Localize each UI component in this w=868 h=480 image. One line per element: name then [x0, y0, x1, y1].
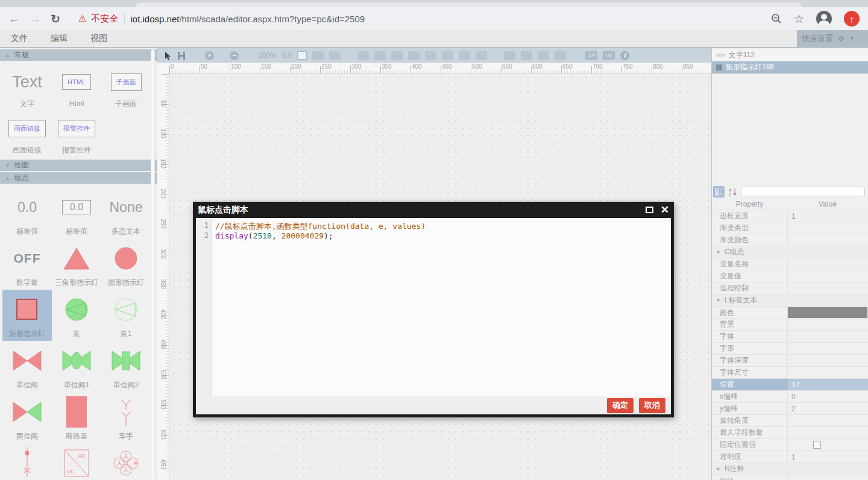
url-text[interactable]: iot.idosp.net/html/scada/editor.aspx.htm…	[131, 14, 365, 24]
expand-arrows-icon[interactable]: ✥	[838, 34, 844, 43]
property-row[interactable]: 标注	[712, 475, 868, 480]
bookmark-star-icon[interactable]: ☆	[794, 12, 804, 26]
update-icon[interactable]: ↑	[844, 11, 860, 26]
property-row[interactable]: 渐变类型	[712, 222, 868, 234]
property-row[interactable]: 最大字符数量	[712, 427, 868, 439]
palette-section-header[interactable]: ▼绘图	[0, 160, 157, 171]
property-value[interactable]: 1	[787, 451, 868, 463]
property-value[interactable]	[787, 355, 868, 366]
menu-view[interactable]: 视图	[90, 33, 107, 44]
ruler-100-icon[interactable]: 100	[603, 51, 615, 60]
palette-item[interactable]: ACDC逆变器	[52, 443, 101, 480]
property-category-row[interactable]: ▼C组态	[712, 246, 868, 258]
property-row[interactable]: 透明度1	[712, 451, 868, 463]
property-value[interactable]: 2	[787, 403, 868, 414]
property-value[interactable]: 0	[787, 391, 868, 402]
palette-item[interactable]: None多态文本	[101, 187, 151, 238]
property-row[interactable]: 字体深度	[712, 355, 868, 367]
palette-item[interactable]: 断路器	[52, 392, 101, 443]
palette-item[interactable]: PT	[101, 443, 151, 480]
property-value[interactable]	[787, 307, 868, 319]
property-row[interactable]: 字形	[712, 343, 868, 355]
palette-item[interactable]: 泵1	[101, 290, 151, 341]
property-row[interactable]: 远程控制	[712, 282, 868, 295]
save-icon[interactable]	[177, 51, 186, 60]
palette-item[interactable]: 单位阀2	[101, 341, 151, 392]
browser-tab[interactable]	[136, 2, 802, 7]
property-category-row[interactable]: ▼N注释	[712, 463, 868, 475]
property-row[interactable]: 位置17	[712, 379, 868, 391]
address-bar[interactable]: ⚠ 不安全 | iot.idosp.net/html/scada/editor.…	[78, 13, 761, 25]
property-row[interactable]: 边框宽度1	[712, 210, 868, 222]
palette-item[interactable]: 三角形指示灯	[52, 238, 101, 290]
property-value[interactable]	[787, 367, 868, 378]
palette-scrollbar[interactable]	[151, 49, 155, 479]
palette-item[interactable]: 泵	[52, 290, 101, 341]
palette-item[interactable]: OFF数字量	[2, 238, 52, 290]
palette-item[interactable]: 单位阀	[2, 341, 52, 392]
property-filter-input[interactable]	[741, 187, 865, 196]
palette-item[interactable]: 刀闸	[2, 443, 52, 480]
property-value[interactable]	[787, 222, 868, 234]
property-value[interactable]	[787, 427, 868, 438]
code-line[interactable]: display(2510, 200004029);	[215, 231, 671, 242]
property-row[interactable]: y偏移2	[712, 403, 868, 415]
maximize-icon[interactable]	[646, 207, 653, 213]
property-value[interactable]	[787, 439, 868, 450]
property-value[interactable]	[787, 282, 868, 294]
property-value[interactable]	[787, 475, 868, 480]
property-row[interactable]: 旋转角度	[712, 415, 868, 427]
object-list-item[interactable]: Text文字112	[712, 49, 868, 61]
zoom-in-icon[interactable]: +	[205, 51, 214, 60]
palette-item[interactable]: 两位阀	[2, 392, 52, 443]
property-category-row[interactable]: ▼L标签文本	[712, 295, 868, 307]
checkbox[interactable]	[813, 441, 821, 449]
palette-item[interactable]: 车手	[101, 392, 151, 443]
property-row[interactable]: 字体尺寸	[712, 367, 868, 379]
back-icon[interactable]: ←	[8, 13, 20, 25]
menu-edit[interactable]: 编辑	[51, 33, 68, 44]
palette-item[interactable]: 0.0标签值	[2, 187, 52, 238]
property-row[interactable]: 背景	[712, 319, 868, 331]
palette-item[interactable]: 圆形指示灯	[101, 238, 151, 290]
not-secure-label[interactable]: 不安全	[91, 13, 118, 25]
zoom-out-page-icon[interactable]	[771, 13, 782, 24]
cursor-tool-icon[interactable]	[163, 51, 172, 60]
palette-item[interactable]: 报警控件报警控件	[52, 111, 101, 157]
chevron-down-icon[interactable]: ▼	[849, 36, 855, 42]
palette-item[interactable]: HTMLHtml	[52, 64, 101, 111]
info-icon[interactable]: i	[620, 51, 629, 60]
property-value[interactable]: 17	[787, 379, 868, 390]
property-row[interactable]: 字体	[712, 331, 868, 343]
property-value[interactable]	[787, 258, 868, 270]
cancel-button[interactable]: 取消	[639, 398, 665, 413]
code-line[interactable]: //鼠标点击脚本,函数类型function(data, e, values)	[215, 221, 671, 231]
grid-icon[interactable]	[297, 51, 307, 60]
property-value[interactable]	[787, 415, 868, 426]
property-row[interactable]: 颜色	[712, 307, 868, 319]
reload-icon[interactable]: ↻	[51, 13, 60, 25]
profile-icon[interactable]	[816, 11, 832, 26]
palette-item[interactable]: 0.0标签值	[52, 187, 101, 238]
property-value[interactable]	[787, 234, 868, 246]
property-value[interactable]	[787, 270, 868, 282]
property-value[interactable]	[787, 319, 868, 330]
object-list-item[interactable]: 矩形指示灯168	[712, 61, 868, 73]
palette-section-header[interactable]: ▲组态	[0, 172, 157, 184]
property-value[interactable]: 1	[787, 210, 868, 222]
ruler-100-icon[interactable]: 100	[585, 51, 597, 60]
sort-az-icon[interactable]: AZ	[727, 186, 738, 198]
close-icon[interactable]: ✕	[661, 205, 669, 215]
zoom-out-icon[interactable]: −	[230, 51, 239, 60]
property-value[interactable]	[787, 331, 868, 342]
palette-item[interactable]: 单位阀1	[52, 341, 101, 392]
property-value[interactable]	[787, 343, 868, 354]
ok-button[interactable]: 确定	[607, 398, 634, 413]
menu-file[interactable]: 文件	[11, 33, 28, 44]
property-row[interactable]: 固定位置值	[712, 439, 868, 451]
color-swatch[interactable]	[788, 307, 867, 318]
palette-item[interactable]: 矩形指示灯	[2, 290, 52, 341]
script-code-editor[interactable]: 12 //鼠标点击脚本,函数类型function(data, e, values…	[196, 218, 671, 396]
dialog-titlebar[interactable]: 鼠标点击脚本 ✕	[196, 202, 671, 218]
palette-item[interactable]: Text文字	[2, 64, 52, 111]
